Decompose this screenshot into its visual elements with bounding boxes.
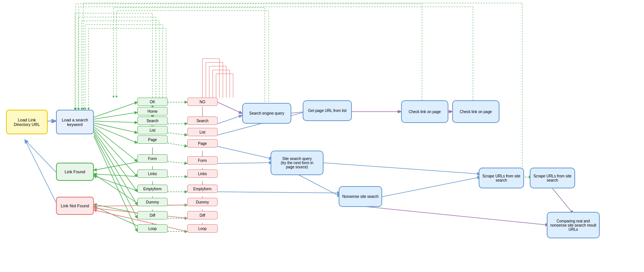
svg-line-8 xyxy=(94,131,137,192)
red-loop: Loop xyxy=(187,224,218,233)
scrape-urls-2-label: Scrape URLs from site search xyxy=(533,174,572,182)
red-emptyform: Emptyform xyxy=(187,185,218,193)
green-home: Home xyxy=(137,107,168,115)
svg-line-57 xyxy=(94,174,140,177)
scrape-urls-2: Scrape URLs from site search xyxy=(530,168,575,188)
load-search-keyword: Load a search keyword xyxy=(56,110,94,134)
svg-line-2 xyxy=(94,112,137,119)
green-diff: Diff xyxy=(137,211,168,219)
comparing-results: Comparing real and nonsense site search … xyxy=(547,212,600,238)
get-page-url-from-list: Get page URL from list xyxy=(303,100,352,121)
red-diff: Diff xyxy=(187,211,218,219)
red-page: Page xyxy=(187,139,218,148)
svg-line-54 xyxy=(361,206,549,225)
load-keyword-label: Load a search keyword xyxy=(59,118,91,127)
scrape-urls-1-label: Scrape URLs from site search xyxy=(482,174,521,182)
svg-line-66 xyxy=(25,140,56,202)
red-search: Search xyxy=(187,117,218,125)
red-form: Form xyxy=(187,156,218,165)
svg-line-14 xyxy=(168,133,187,135)
link-not-found-label: Link Not Found xyxy=(61,204,89,208)
svg-line-5 xyxy=(94,125,137,143)
svg-line-60 xyxy=(94,204,140,214)
nonsense-site-search-label: Nonsense site search xyxy=(342,194,378,199)
svg-line-9 xyxy=(94,132,137,205)
svg-line-65 xyxy=(25,140,56,172)
load-link-directory-url: Load Link Directory URL xyxy=(6,110,48,134)
search-engine-query-label: Search engine query xyxy=(249,111,284,115)
red-list: List xyxy=(187,128,218,136)
site-search-query: Site search query (try the next form in … xyxy=(271,151,324,175)
link-found-label: Link Found xyxy=(65,169,85,174)
svg-line-55 xyxy=(552,188,573,214)
green-list: List xyxy=(137,126,168,134)
svg-line-16 xyxy=(168,162,187,163)
green-search: Search xyxy=(137,117,168,125)
green-emptyform: Emptyform xyxy=(137,185,168,193)
svg-line-44 xyxy=(218,146,272,159)
svg-line-59 xyxy=(94,174,140,205)
svg-line-15 xyxy=(168,143,187,146)
green-page: Page xyxy=(137,135,168,144)
svg-line-7 xyxy=(94,129,137,177)
svg-line-61 xyxy=(94,206,140,227)
link-not-found: Link Not Found xyxy=(56,197,94,215)
svg-line-10 xyxy=(94,134,137,218)
svg-line-41 xyxy=(218,102,242,113)
check-link-1-label: Check link on page xyxy=(409,110,441,114)
scrape-urls-1: Scrape URLs from site search xyxy=(479,168,524,188)
red-links: Links xyxy=(187,169,218,178)
green-loop: Loop xyxy=(137,224,168,233)
svg-line-6 xyxy=(94,127,137,162)
svg-line-50 xyxy=(297,174,341,197)
svg-line-56 xyxy=(94,162,140,170)
red-no: NO xyxy=(187,98,218,106)
load-url-label: Load Link Directory URL xyxy=(9,118,45,127)
check-link-2-label: Check link on page xyxy=(460,110,492,114)
check-link-on-page-1: Check link on page xyxy=(401,100,448,123)
green-ok: OK xyxy=(137,98,168,106)
get-page-url-label: Get page URL from list xyxy=(308,109,346,113)
search-engine-query: Search engine query xyxy=(242,103,291,124)
svg-line-42 xyxy=(218,115,242,124)
svg-line-3 xyxy=(94,121,137,123)
svg-line-58 xyxy=(94,176,140,192)
svg-line-52 xyxy=(382,177,481,197)
green-dummy: Dummy xyxy=(137,198,168,206)
svg-line-51 xyxy=(322,163,481,174)
red-dummy: Dummy xyxy=(187,198,218,206)
check-link-on-page-2: Check link on page xyxy=(452,100,499,123)
svg-line-11 xyxy=(94,136,137,232)
comparing-label: Comparing real and nonsense site search … xyxy=(550,219,597,232)
flowchart-canvas: Load Link Directory URL Load a search ke… xyxy=(0,0,644,272)
site-search-query-label: Site search query (try the next form in … xyxy=(281,157,313,169)
svg-line-4 xyxy=(94,123,137,133)
svg-line-45 xyxy=(218,163,272,163)
green-form: Form xyxy=(137,154,168,163)
svg-line-46 xyxy=(218,192,341,193)
green-links: Links xyxy=(137,169,168,178)
link-found: Link Found xyxy=(56,163,94,181)
nonsense-site-search: Nonsense site search xyxy=(339,186,382,207)
svg-line-1 xyxy=(94,102,137,117)
